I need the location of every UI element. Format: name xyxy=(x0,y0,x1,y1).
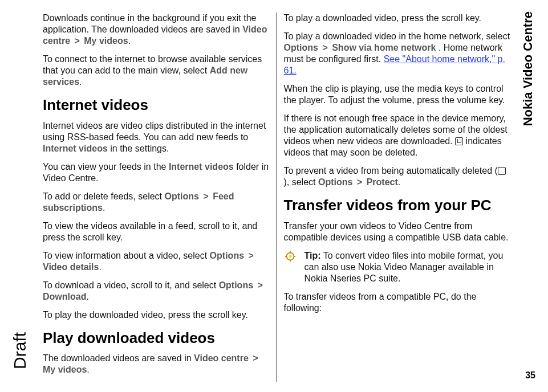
paragraph: To download a video, scroll to it, and s… xyxy=(43,280,270,303)
breadcrumb-separator: > xyxy=(247,251,255,260)
paragraph: Downloads continue in the background if … xyxy=(43,13,270,47)
paragraph: Transfer your own videos to Video Centre… xyxy=(284,220,511,243)
breadcrumb-separator: > xyxy=(251,353,259,363)
paragraph: The downloaded videos are saved in Video… xyxy=(43,353,270,375)
text: . xyxy=(79,77,82,87)
text: To download a video, scroll to it, and s… xyxy=(43,280,219,290)
text: . xyxy=(128,36,131,46)
ui-path-part: Options xyxy=(164,191,198,201)
tip-text: Tip: To convert video files into mobile … xyxy=(305,250,511,284)
ui-path-part: Download xyxy=(43,292,86,301)
text: . xyxy=(398,177,400,187)
text: The downloaded videos are saved in xyxy=(43,353,194,363)
text: in the settings. xyxy=(110,144,169,153)
right-column: To play a downloaded video, press the sc… xyxy=(284,13,511,382)
paragraph: To add or delete feeds, select Options >… xyxy=(43,191,270,214)
text: . xyxy=(99,262,101,272)
ui-path-part: My videos xyxy=(84,36,128,46)
deletion-indicator-icon xyxy=(455,137,463,145)
ui-path-part: Options xyxy=(318,177,352,187)
svg-point-5 xyxy=(289,255,292,258)
paragraph: To play the downloaded video, press the … xyxy=(43,309,270,321)
text: ), select xyxy=(284,177,318,187)
paragraph: You can view your feeds in the Internet … xyxy=(43,161,270,184)
text: To prevent a video from being automatica… xyxy=(284,166,498,175)
column-divider xyxy=(277,13,277,382)
text: Internet videos are video clips distribu… xyxy=(43,121,266,142)
ui-path-part: Video centre xyxy=(194,353,249,363)
tip-body: To convert video files into mobile forma… xyxy=(305,251,504,283)
ui-path-part: Options xyxy=(219,280,253,290)
paragraph: To play a downloaded video in the home n… xyxy=(284,31,511,76)
paragraph: To prevent a video from being automatica… xyxy=(284,165,511,188)
text: . xyxy=(103,203,105,213)
text: You can view your feeds in the xyxy=(43,162,169,172)
ui-path-part: Options xyxy=(284,43,318,52)
paragraph: Internet videos are video clips distribu… xyxy=(43,120,270,154)
text: . xyxy=(86,292,88,301)
ui-path-part: Protect xyxy=(367,177,398,187)
ui-path-part: Video details xyxy=(43,262,99,272)
text: To play a downloaded video in the home n… xyxy=(284,31,510,41)
paragraph: To view the videos available in a feed, … xyxy=(43,220,270,243)
breadcrumb-separator: > xyxy=(355,177,364,187)
left-column: Downloads continue in the background if … xyxy=(43,13,270,382)
section-heading-internet-videos: Internet videos xyxy=(43,96,270,115)
tip-block: Tip: To convert video files into mobile … xyxy=(284,250,511,284)
breadcrumb-separator: > xyxy=(201,191,210,201)
protect-indicator-icon xyxy=(498,167,506,175)
ui-path-part: Show via home network xyxy=(332,43,436,52)
paragraph: To connect to the internet to browse ava… xyxy=(43,54,270,88)
ui-path-part: Internet videos xyxy=(169,162,234,172)
tip-label: Tip: xyxy=(305,251,321,260)
tip-icon xyxy=(284,250,297,263)
ui-path-part: My videos xyxy=(43,365,87,374)
breadcrumb-separator: > xyxy=(256,280,265,290)
paragraph: If there is not enough free space in the… xyxy=(284,113,511,158)
ui-path-part: Internet videos xyxy=(43,144,108,153)
text: To add or delete feeds, select xyxy=(43,191,164,201)
document-page: Downloads continue in the background if … xyxy=(0,0,548,392)
paragraph: To play a downloaded video, press the sc… xyxy=(284,13,511,24)
paragraph: To transfer videos from a compatible PC,… xyxy=(284,291,511,314)
page-number: 35 xyxy=(525,370,535,381)
text: . xyxy=(87,365,89,374)
text: To view information about a video, selec… xyxy=(43,251,210,260)
text: Downloads continue in the background if … xyxy=(43,13,256,34)
paragraph: To view information about a video, selec… xyxy=(43,250,270,273)
breadcrumb-separator: > xyxy=(320,43,329,52)
main-content: Downloads continue in the background if … xyxy=(43,13,510,382)
paragraph: When the clip is playing, use the media … xyxy=(284,83,511,106)
breadcrumb-separator: > xyxy=(72,36,81,46)
draft-watermark: Draft xyxy=(10,332,30,369)
ui-path-part: Options xyxy=(210,251,244,260)
section-tab-title: Nokia Video Centre xyxy=(521,11,535,126)
section-heading-play-downloaded: Play downloaded videos xyxy=(43,329,270,348)
section-heading-transfer-videos: Transfer videos from your PC xyxy=(284,196,511,215)
